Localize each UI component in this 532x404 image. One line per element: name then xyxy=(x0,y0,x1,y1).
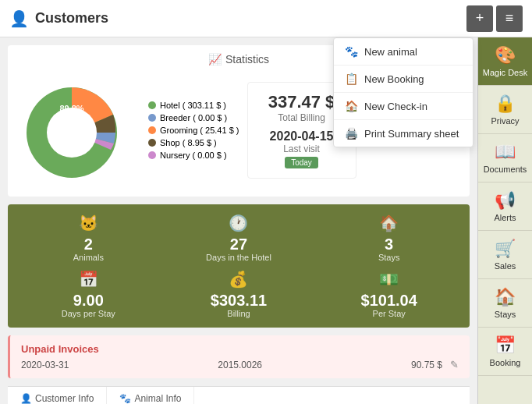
animal-info-icon: 🐾 xyxy=(119,393,131,404)
legend-item-breeder: Breeder ( 0.00 $ ) xyxy=(148,113,239,122)
unpaid-invoice-row: 2020-03-31 2015.0026 90.75 $ ✎ xyxy=(21,359,459,370)
sidebar-label-stays: Stays xyxy=(495,310,516,319)
legend-label-hotel: Hotel ( 303.11 $ ) xyxy=(160,101,226,110)
right-sidebar: 🎨 Magic Desk 🔒 Privacy 📖 Documents 📢 Ale… xyxy=(477,37,532,404)
sidebar-item-privacy[interactable]: 🔒 Privacy xyxy=(478,86,532,134)
legend-dot-hotel xyxy=(148,101,156,109)
dropdown-new-animal[interactable]: 🐾 New animal xyxy=(334,38,473,66)
sidebar-label-booking: Booking xyxy=(490,358,521,367)
booking-icon: 📅 xyxy=(495,335,516,356)
metric-days-stay-label: Days per Stay xyxy=(62,309,115,318)
metric-days-hotel: 🕐 27 Days in the Hotel xyxy=(168,214,310,262)
new-animal-icon: 🐾 xyxy=(345,45,358,58)
billing-amount: 337.47 $ xyxy=(261,92,343,112)
svg-text:89,8%: 89,8% xyxy=(59,104,83,113)
edit-invoice-icon[interactable]: ✎ xyxy=(450,359,459,370)
sidebar-item-stays[interactable]: 🏠 Stays xyxy=(478,279,532,328)
today-badge: Today xyxy=(285,157,318,168)
unpaid-date: 2020-03-31 xyxy=(21,360,69,370)
billing-label: Total Billing xyxy=(261,112,343,123)
dropdown-menu: 🐾 New animal 📋 New Booking 🏠 New Check-i… xyxy=(333,37,473,147)
pie-legend: Hotel ( 303.11 $ ) Breeder ( 0.00 $ ) Gr… xyxy=(148,101,239,160)
new-checkin-icon: 🏠 xyxy=(345,100,358,112)
dropdown-new-animal-label: New animal xyxy=(364,46,417,58)
metric-animals: 🐱 2 Animals xyxy=(17,214,160,262)
stays-icon: 🏠 xyxy=(379,214,399,232)
sales-icon: 🛒 xyxy=(495,239,516,259)
user-icon: 👤 xyxy=(9,9,29,28)
print-icon: 🖨️ xyxy=(345,127,358,140)
metric-animals-label: Animals xyxy=(73,253,104,262)
legend-dot-breeder xyxy=(148,114,156,122)
dropdown-print-summary[interactable]: 🖨️ Print Summary sheet xyxy=(334,120,473,147)
sidebar-label-privacy: Privacy xyxy=(491,116,519,126)
metric-stays: 🏠 3 Stays xyxy=(317,214,460,262)
sidebar-item-booking[interactable]: 📅 Booking xyxy=(478,328,532,376)
metric-billing-label: Billing xyxy=(227,309,250,318)
sidebar-item-magic-desk[interactable]: 🎨 Magic Desk xyxy=(478,37,532,86)
legend-label-nursery: Nursery ( 0.00 $ ) xyxy=(160,151,227,160)
metric-per-stay-label: Per Stay xyxy=(373,309,406,318)
menu-button[interactable]: ≡ xyxy=(496,5,523,32)
metric-days-stay-value: 9.00 xyxy=(73,292,104,309)
customer-info-icon: 👤 xyxy=(20,393,32,404)
privacy-icon: 🔒 xyxy=(495,94,516,114)
alerts-icon: 📢 xyxy=(495,190,516,211)
dropdown-new-checkin-label: New Check-in xyxy=(364,101,427,112)
dropdown-new-booking[interactable]: 📋 New Booking xyxy=(334,66,473,93)
pie-chart: 89,8% xyxy=(16,72,140,189)
legend-item-shop: Shop ( 8.95 $ ) xyxy=(148,138,239,147)
header: 👤 Customers + ≡ xyxy=(0,0,532,37)
legend-item-grooming: Grooming ( 25.41 $ ) xyxy=(148,126,239,135)
header-actions: + ≡ xyxy=(466,5,523,32)
stays-sidebar-icon: 🏠 xyxy=(495,287,516,307)
legend-label-shop: Shop ( 8.95 $ ) xyxy=(160,138,217,147)
documents-icon: 📖 xyxy=(495,142,516,162)
metric-per-stay: 💵 $101.04 Per Stay xyxy=(317,270,460,318)
sidebar-label-alerts: Alerts xyxy=(494,213,516,222)
unpaid-invoices-title: Unpaid Invoices xyxy=(21,343,459,355)
metric-per-stay-value: $101.04 xyxy=(361,292,417,309)
legend-label-grooming: Grooming ( 25.41 $ ) xyxy=(160,126,239,135)
metric-days-hotel-label: Days in the Hotel xyxy=(206,253,271,262)
legend-dot-shop xyxy=(148,139,156,147)
billing-visit-label: Last visit xyxy=(261,144,343,154)
bottom-tabs: 👤 Customer Info 🐾 Animal Info xyxy=(8,386,470,404)
legend-dot-nursery xyxy=(148,151,156,159)
metric-days-stay: 📅 9.00 Days per Stay xyxy=(17,270,160,318)
legend-item-nursery: Nursery ( 0.00 $ ) xyxy=(148,151,239,160)
svg-point-1 xyxy=(47,108,97,158)
days-hotel-icon: 🕐 xyxy=(229,214,248,232)
metrics-card: 🐱 2 Animals 🕐 27 Days in the Hotel 🏠 3 S… xyxy=(8,204,470,328)
sidebar-item-sales[interactable]: 🛒 Sales xyxy=(478,231,532,279)
sidebar-label-magic-desk: Magic Desk xyxy=(483,68,527,77)
sidebar-label-sales: Sales xyxy=(495,261,516,271)
legend-dot-grooming xyxy=(148,126,156,134)
animals-icon: 🐱 xyxy=(79,214,98,232)
metric-days-hotel-value: 27 xyxy=(230,236,247,253)
dropdown-print-label: Print Summary sheet xyxy=(364,128,459,140)
new-booking-icon: 📋 xyxy=(345,73,358,85)
days-stay-icon: 📅 xyxy=(79,270,98,289)
sidebar-label-documents: Documents xyxy=(484,165,527,174)
metric-billing: 💰 $303.11 Billing xyxy=(168,270,310,318)
legend-item-hotel: Hotel ( 303.11 $ ) xyxy=(148,101,239,110)
metric-stays-label: Stays xyxy=(378,253,400,262)
sidebar-item-alerts[interactable]: 📢 Alerts xyxy=(478,183,532,231)
page-title: Customers xyxy=(35,10,108,27)
metric-animals-value: 2 xyxy=(84,236,93,253)
magic-desk-icon: 🎨 xyxy=(495,45,516,66)
unpaid-invoices-card: Unpaid Invoices 2020-03-31 2015.0026 90.… xyxy=(8,335,470,378)
billing-icon: 💰 xyxy=(229,270,248,289)
dropdown-new-checkin[interactable]: 🏠 New Check-in xyxy=(334,93,473,120)
tab-animal-info[interactable]: 🐾 Animal Info xyxy=(107,387,194,404)
sidebar-item-documents[interactable]: 📖 Documents xyxy=(478,134,532,183)
pie-svg: 89,8% xyxy=(16,72,137,185)
tab-customer-info[interactable]: 👤 Customer Info xyxy=(8,387,107,404)
unpaid-invoice-number: 2015.0026 xyxy=(76,360,403,370)
dropdown-new-booking-label: New Booking xyxy=(364,73,424,85)
per-stay-icon: 💵 xyxy=(379,270,399,289)
chart-icon: 📈 xyxy=(208,53,222,66)
metric-stays-value: 3 xyxy=(385,236,393,253)
add-button[interactable]: + xyxy=(466,5,493,32)
